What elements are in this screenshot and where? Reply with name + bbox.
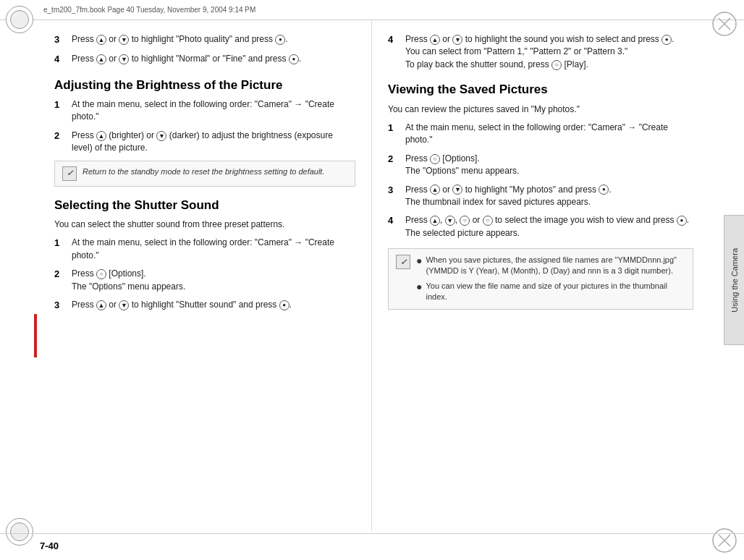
side-tab-text: Using the Camera bbox=[730, 248, 739, 313]
shutter-step-1-content: At the main menu, select in the followin… bbox=[72, 237, 355, 262]
shutter-step-1: 1 At the main menu, select in the follow… bbox=[54, 237, 355, 262]
step-4-intro-number: 4 bbox=[54, 53, 66, 67]
up-arrow-icon-6: ▲ bbox=[430, 184, 440, 195]
section-viewing-heading: Viewing the Saved Pictures bbox=[388, 82, 693, 97]
section-brightness-heading: Adjusting the Brightness of the Picture bbox=[54, 78, 355, 93]
step-4-intro: 4 Press ▲ or ▼ to highlight "Normal" or … bbox=[54, 53, 355, 67]
shutter-step-3-content: Press ▲ or ▼ to highlight "Shutter sound… bbox=[72, 299, 355, 313]
step-3-content: Press ▲ or ▼ to highlight "Photo quality… bbox=[72, 33, 355, 47]
viewing-step-1-number: 1 bbox=[388, 122, 400, 147]
down-arrow-icon: ▼ bbox=[119, 35, 129, 45]
down-arrow-icon-2: ▼ bbox=[119, 54, 129, 64]
up-arrow-icon: ▲ bbox=[96, 35, 106, 45]
brightness-step-2: 2 Press ▲ (brighter) or ▼ (darker) to ad… bbox=[54, 130, 355, 155]
bullet-note-icon: ✓ bbox=[396, 255, 410, 269]
down-arrow-icon-5: ▼ bbox=[452, 35, 462, 45]
section-shutter-heading: Selecting the Shutter Sound bbox=[54, 198, 355, 213]
corner-br bbox=[702, 518, 738, 554]
viewing-step-2-content: Press ○ [Options].The "Options" menu app… bbox=[405, 153, 693, 178]
viewing-step-1: 1 At the main menu, select in the follow… bbox=[388, 122, 693, 147]
ok-button-icon: ● bbox=[275, 35, 285, 45]
viewing-step-4: 4 Press ▲, ▼, ○ or ○ to select the image… bbox=[388, 214, 693, 239]
viewing-step-3-number: 3 bbox=[388, 184, 400, 209]
brightness-step-1: 1 At the main menu, select in the follow… bbox=[54, 98, 355, 124]
shutter-step-4: 4 Press ▲ or ▼ to highlight the sound yo… bbox=[388, 33, 693, 71]
ok-button-icon-4: ● bbox=[661, 35, 672, 45]
viewing-step-3-content: Press ▲ or ▼ to highlight "My photos" an… bbox=[405, 184, 693, 209]
ok-button-icon-3: ● bbox=[279, 300, 289, 310]
content-area: 3 Press ▲ or ▼ to highlight "Photo quali… bbox=[40, 20, 704, 531]
brightness-step-1-content: At the main menu, select in the followin… bbox=[72, 98, 355, 124]
viewing-step-4-number: 4 bbox=[388, 214, 400, 239]
viewing-intro: You can review the pictures saved in "My… bbox=[388, 103, 693, 116]
brightness-step-2-number: 2 bbox=[54, 130, 66, 155]
menu-icon-3: ○ bbox=[430, 154, 440, 164]
up-arrow-icon-7: ▲ bbox=[430, 216, 440, 226]
page-number: 7-40 bbox=[40, 540, 59, 551]
bullet-item-2: ● You can view the file name and size of… bbox=[416, 281, 685, 303]
corner-tl bbox=[6, 6, 42, 42]
shutter-step-4-number: 4 bbox=[388, 33, 400, 71]
left-accent-bar bbox=[34, 314, 37, 357]
note-box-brightness: ✓ Return to the standby mode to reset th… bbox=[54, 161, 355, 187]
ok-button-icon-6: ● bbox=[677, 216, 687, 226]
down-arrow-icon-7: ▼ bbox=[445, 216, 455, 226]
shutter-step-3: 3 Press ▲ or ▼ to highlight "Shutter sou… bbox=[54, 299, 355, 313]
viewing-step-2-number: 2 bbox=[388, 153, 400, 178]
viewing-step-4-content: Press ▲, ▼, ○ or ○ to select the image y… bbox=[405, 214, 693, 239]
side-tab: Using the Camera bbox=[724, 215, 744, 345]
up-arrow-icon-4: ▲ bbox=[96, 300, 106, 310]
bottom-line bbox=[0, 533, 744, 534]
bullet-note-content: ● When you save pictures, the assigned f… bbox=[416, 255, 685, 303]
shutter-step-2-number: 2 bbox=[54, 268, 66, 293]
viewing-step-3: 3 Press ▲ or ▼ to highlight "My photos" … bbox=[388, 184, 693, 209]
menu-icon-5: ○ bbox=[483, 216, 493, 226]
bullet-text-2: You can view the file name and size of y… bbox=[426, 281, 685, 303]
bullet-item-1: ● When you save pictures, the assigned f… bbox=[416, 255, 685, 277]
shutter-step-4-content: Press ▲ or ▼ to highlight the sound you … bbox=[405, 33, 693, 71]
ok-button-icon-5: ● bbox=[599, 184, 609, 195]
down-arrow-icon-6: ▼ bbox=[452, 184, 462, 195]
shutter-intro: You can select the shutter sound from th… bbox=[54, 219, 355, 231]
step-3: 3 Press ▲ or ▼ to highlight "Photo quali… bbox=[54, 33, 355, 47]
page-container: e_tm200_7fm.book Page 40 Tuesday, Novemb… bbox=[0, 0, 744, 560]
note-icon: ✓ bbox=[62, 166, 77, 181]
shutter-step-2-content: Press ○ [Options].The "Options" menu app… bbox=[72, 268, 355, 293]
down-arrow-icon-4: ▼ bbox=[119, 300, 129, 310]
brightness-step-1-number: 1 bbox=[54, 98, 66, 124]
bullet-text-1: When you save pictures, the assigned fil… bbox=[426, 255, 685, 277]
right-column: 4 Press ▲ or ▼ to highlight the sound yo… bbox=[372, 20, 704, 531]
step-3-number: 3 bbox=[54, 33, 66, 47]
menu-icon-2: ○ bbox=[551, 60, 562, 70]
header-text: e_tm200_7fm.book Page 40 Tuesday, Novemb… bbox=[43, 6, 255, 14]
menu-icon-4: ○ bbox=[460, 216, 470, 226]
step-4-intro-content: Press ▲ or ▼ to highlight "Normal" or "F… bbox=[72, 53, 355, 67]
shutter-step-2: 2 Press ○ [Options].The "Options" menu a… bbox=[54, 268, 355, 293]
header-bar: e_tm200_7fm.book Page 40 Tuesday, Novemb… bbox=[0, 0, 744, 20]
ok-button-icon-2: ● bbox=[289, 54, 299, 64]
up-arrow-icon-2: ▲ bbox=[96, 54, 106, 64]
menu-icon-1: ○ bbox=[96, 269, 106, 279]
viewing-step-2: 2 Press ○ [Options].The "Options" menu a… bbox=[388, 153, 693, 178]
up-arrow-icon-5: ▲ bbox=[430, 35, 440, 45]
shutter-step-3-number: 3 bbox=[54, 299, 66, 313]
corner-bl bbox=[6, 518, 42, 554]
bullet-dot-2: ● bbox=[416, 281, 422, 303]
bullet-dot-1: ● bbox=[416, 255, 422, 277]
brightness-step-2-content: Press ▲ (brighter) or ▼ (darker) to adju… bbox=[72, 130, 355, 155]
up-arrow-icon-3: ▲ bbox=[96, 131, 106, 141]
bullet-note-box: ✓ ● When you save pictures, the assigned… bbox=[388, 248, 693, 310]
down-arrow-icon-3: ▼ bbox=[156, 131, 166, 141]
shutter-step-1-number: 1 bbox=[54, 237, 66, 262]
corner-tr bbox=[702, 6, 738, 42]
note-text-brightness: Return to the standby mode to reset the … bbox=[83, 166, 324, 177]
left-column: 3 Press ▲ or ▼ to highlight "Photo quali… bbox=[40, 20, 372, 531]
viewing-step-1-content: At the main menu, select in the followin… bbox=[405, 122, 693, 147]
